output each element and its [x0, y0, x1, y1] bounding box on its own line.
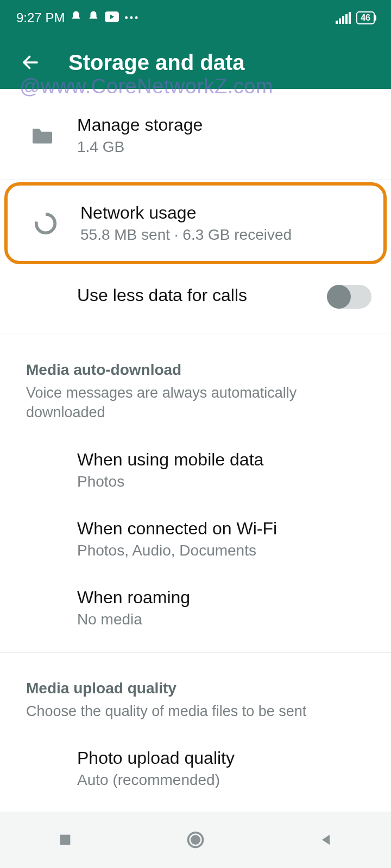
- section-desc: Choose the quality of media files to be …: [26, 701, 365, 721]
- status-time: 9:27 PM: [16, 10, 65, 25]
- network-usage-subtitle: 55.8 MB sent · 6.3 GB received: [80, 226, 364, 244]
- back-button[interactable]: [20, 52, 41, 73]
- nav-recent-button[interactable]: [49, 824, 81, 856]
- photo-upload-quality-row[interactable]: Photo upload quality Auto (recommended): [0, 729, 391, 803]
- use-less-data-title: Use less data for calls: [77, 285, 328, 305]
- status-bar: 9:27 PM ••• 46: [0, 0, 391, 36]
- mobile-data-subtitle: Photos: [77, 473, 371, 490]
- toggle-knob: [327, 285, 351, 309]
- wifi-row[interactable]: When connected on Wi-Fi Photos, Audio, D…: [0, 505, 391, 573]
- roaming-row[interactable]: When roaming No media: [0, 573, 391, 652]
- battery-icon: 46: [356, 11, 375, 24]
- spacer: [27, 524, 58, 554]
- svg-rect-2: [60, 835, 71, 845]
- page-title: Storage and data: [68, 50, 245, 75]
- section-title: Media auto-download: [26, 361, 365, 379]
- mobile-data-title: When using mobile data: [77, 450, 371, 470]
- roaming-title: When roaming: [77, 588, 371, 608]
- photo-upload-subtitle: Auto (recommended): [77, 771, 371, 789]
- spacer: [27, 282, 58, 312]
- notification-icon: [70, 10, 82, 25]
- data-usage-icon: [30, 208, 61, 239]
- signal-icon: [336, 12, 351, 24]
- youtube-icon: [105, 10, 119, 25]
- mobile-data-row[interactable]: When using mobile data Photos: [0, 430, 391, 505]
- network-usage-title: Network usage: [80, 203, 364, 223]
- nav-home-button[interactable]: [179, 824, 212, 856]
- nav-back-button[interactable]: [310, 824, 342, 856]
- use-less-data-toggle[interactable]: [328, 285, 371, 309]
- svg-point-1: [36, 214, 55, 233]
- spacer: [27, 754, 58, 784]
- divider: [0, 180, 391, 180]
- app-bar: Storage and data: [0, 36, 391, 89]
- media-upload-quality-section: Media upload quality Choose the quality …: [0, 653, 391, 729]
- spacer: [27, 455, 58, 485]
- use-less-data-row[interactable]: Use less data for calls: [0, 272, 391, 334]
- wifi-title: When connected on Wi-Fi: [77, 519, 371, 539]
- section-desc: Voice messages are always automatically …: [26, 383, 365, 423]
- more-icon: •••: [124, 12, 140, 24]
- wifi-subtitle: Photos, Audio, Documents: [77, 542, 371, 559]
- network-usage-row[interactable]: Network usage 55.8 MB sent · 6.3 GB rece…: [8, 186, 383, 261]
- media-auto-download-section: Media auto-download Voice messages are a…: [0, 334, 391, 430]
- network-usage-highlight: Network usage 55.8 MB sent · 6.3 GB rece…: [4, 182, 387, 264]
- folder-icon: [27, 120, 58, 151]
- roaming-subtitle: No media: [77, 611, 371, 628]
- section-title: Media upload quality: [26, 680, 365, 697]
- spacer: [27, 592, 58, 623]
- svg-point-4: [191, 835, 200, 845]
- navigation-bar: [0, 812, 391, 868]
- manage-storage-title: Manage storage: [77, 115, 371, 135]
- manage-storage-row[interactable]: Manage storage 1.4 GB: [0, 89, 391, 180]
- manage-storage-subtitle: 1.4 GB: [77, 138, 371, 156]
- settings-list: Manage storage 1.4 GB Network usage 55.8…: [0, 89, 391, 803]
- notification-icon: [87, 10, 99, 25]
- photo-upload-title: Photo upload quality: [77, 748, 371, 768]
